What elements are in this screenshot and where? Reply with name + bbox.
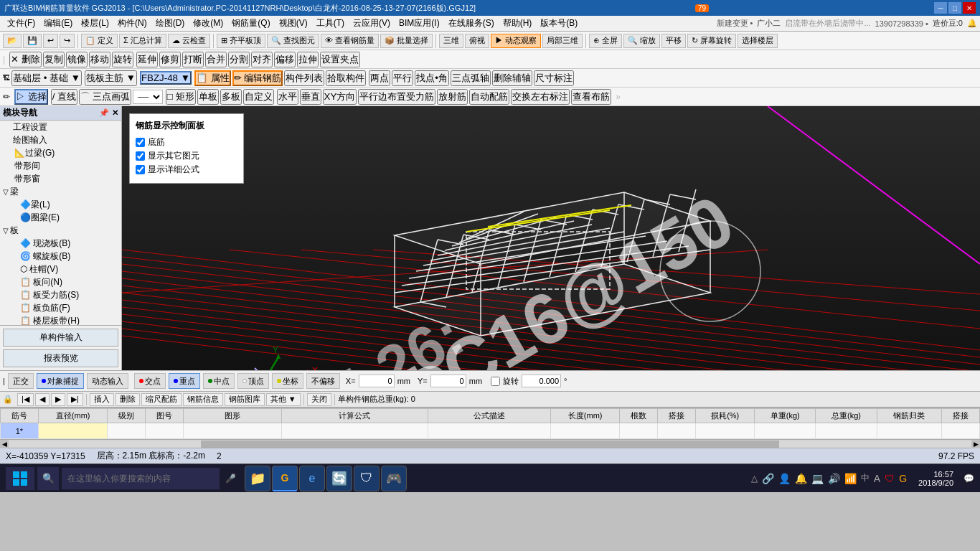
input-a-icon[interactable]: A — [874, 473, 880, 484]
rotate-checkbox[interactable] — [491, 377, 500, 386]
parallel-axis-button[interactable]: 平行 — [392, 70, 413, 86]
tree-item-spiral-board[interactable]: 🌀 螺旋板(B) — [9, 250, 121, 263]
taskbar-app-explorer[interactable]: 📁 — [245, 466, 270, 491]
copy-button[interactable]: 复制 — [43, 52, 65, 67]
view-rebar-button[interactable]: 👁 查看钢筋量 — [321, 34, 379, 48]
tree-item-lintel[interactable]: 📐 过梁(G) — [0, 146, 121, 159]
merge-button[interactable]: 合并 — [205, 52, 227, 67]
midpoint-snap[interactable]: 重点 — [169, 373, 200, 389]
rotate-input[interactable] — [522, 375, 561, 387]
level-board-button[interactable]: ⊞ 齐平板顶 — [217, 34, 265, 48]
tree-item-beam[interactable]: 🔷 梁(L) — [9, 198, 121, 211]
other-dropdown-button[interactable]: 其他 ▼ — [266, 393, 301, 406]
dimension-button[interactable]: 尺寸标注 — [534, 70, 574, 86]
cell-shape[interactable] — [184, 423, 281, 439]
menu-file[interactable]: 文件(F) — [3, 16, 39, 31]
scale-rebar-button[interactable]: 缩尺配筋 — [141, 393, 182, 406]
horizontal-scrollbar[interactable]: ◀ ▶ — [0, 439, 980, 448]
auto-config-tool[interactable]: 自动配筋 — [469, 89, 509, 105]
notification-panel-icon[interactable]: 💬 — [963, 474, 974, 484]
single-board-tool[interactable]: 单板 — [197, 89, 219, 105]
scroll-right-arrow[interactable]: ▶ — [971, 440, 980, 448]
cell-loss[interactable] — [696, 423, 755, 439]
single-component-input-button[interactable]: 单构件输入 — [3, 329, 118, 347]
menu-draw[interactable]: 绘图(D) — [151, 16, 189, 31]
board-rebar-button[interactable]: 筏板主筋 ▼ — [85, 70, 137, 86]
nav-last-button[interactable]: ▶| — [67, 393, 83, 406]
property-button[interactable]: 📋 属性 — [194, 70, 231, 86]
menu-help[interactable]: 帮助(H) — [499, 16, 537, 31]
tree-item-column-cap[interactable]: ⬡ 柱帽(V) — [9, 263, 121, 276]
multi-board-tool[interactable]: 多板 — [220, 89, 242, 105]
cell-formula[interactable] — [281, 423, 428, 439]
rebar-library-button[interactable]: 钢筋图库 — [225, 393, 265, 406]
rebar-checkbox-detail[interactable]: 显示详细公式 — [136, 164, 237, 176]
rect-tool[interactable]: □ 矩形 — [166, 89, 196, 105]
rotate-button[interactable]: 旋转 — [112, 52, 133, 67]
menu-view[interactable]: 视图(V) — [275, 16, 312, 31]
stretch-button[interactable]: 拉伸 — [297, 52, 319, 67]
sum-calc-button[interactable]: Σ 汇总计算 — [119, 34, 166, 48]
fbzj-select[interactable]: FBZJ-48 ▼ — [140, 71, 192, 85]
tree-item-draw-input[interactable]: 绘图输入 — [0, 133, 121, 146]
vertex-snap[interactable]: 顶点 — [237, 373, 269, 389]
cell-desc[interactable] — [428, 423, 551, 439]
maximize-button[interactable]: □ — [948, 2, 961, 14]
menu-online[interactable]: 在线服务(S) — [444, 16, 499, 31]
tree-item-beam-group[interactable]: ▽ 梁 — [0, 185, 121, 198]
panel-pin[interactable]: 📌 — [99, 108, 109, 118]
menu-modify[interactable]: 修改(M) — [189, 16, 227, 31]
panel-close[interactable]: ✕ — [112, 108, 118, 118]
cell-total-wt[interactable] — [816, 423, 877, 439]
tree-item-strip-gap[interactable]: 带形间 — [0, 159, 121, 172]
align-button[interactable]: 对齐 — [251, 52, 273, 67]
new-change-label[interactable]: 新建变更 • — [717, 18, 753, 29]
rebar-checkbox-bottom[interactable]: 底筋 — [136, 136, 237, 149]
object-snap-button[interactable]: 对象捕捉 — [37, 373, 84, 389]
dynamic-view-button[interactable]: ▶ 动态观察 — [491, 34, 541, 48]
intersect-snap[interactable]: 交点 — [134, 373, 166, 389]
other-element-check[interactable] — [136, 151, 145, 161]
three-arc-button[interactable]: 三点弧轴 — [451, 70, 491, 86]
tree-item-board-gap[interactable]: 📋 板问(N) — [9, 276, 121, 288]
select-floor-button[interactable]: 选择楼层 — [738, 34, 778, 48]
custom-tool[interactable]: 自定义 — [243, 89, 274, 105]
view-rebar-layout-tool[interactable]: 查看布筋 — [571, 89, 611, 105]
radial-rebar-tool[interactable]: 放射筋 — [437, 89, 468, 105]
fullscreen-button[interactable]: ⊕ 全屏 — [589, 34, 622, 48]
menu-tools[interactable]: 工具(T) — [312, 16, 349, 31]
tree-item-floor-band[interactable]: 📋 楼层板带(H) — [9, 314, 121, 325]
center-snap[interactable]: 中点 — [203, 373, 235, 389]
coord-snap[interactable]: 坐标 — [272, 373, 303, 389]
more-tools[interactable]: » — [616, 92, 621, 102]
tree-item-board-neg-rebar[interactable]: 📋 板负筋(F) — [9, 301, 121, 314]
nav-first-button[interactable]: |◀ — [17, 393, 34, 406]
no-offset-button[interactable]: 不偏移 — [306, 373, 340, 389]
taskbar-app-ggj[interactable]: G — [272, 466, 298, 491]
extend-button[interactable]: 延伸 — [136, 52, 158, 67]
xy-dir-tool[interactable]: XY方向 — [323, 89, 357, 105]
zoom-button[interactable]: 🔍 缩放 — [623, 34, 660, 48]
menu-version[interactable]: 版本号(B) — [536, 16, 582, 31]
insert-button[interactable]: 插入 — [90, 393, 114, 406]
screen-rotate-button[interactable]: ↻ 屏幕旋转 — [687, 34, 736, 48]
mirror-button[interactable]: 镜像 — [66, 52, 88, 67]
cell-bar-no[interactable]: 1* — [1, 423, 39, 439]
cell-overlap[interactable] — [658, 423, 696, 439]
shape-select[interactable]: ── — [133, 90, 163, 104]
pick-component-button[interactable]: 拾取构件 — [326, 70, 366, 86]
cell-overlap2[interactable] — [942, 423, 980, 439]
delete-aux-button[interactable]: 删除辅轴 — [492, 70, 532, 86]
parallel-rebar-tool[interactable]: 平行边布置受力筋 — [358, 89, 435, 105]
split-button[interactable]: 分割 — [228, 52, 250, 67]
cell-diameter[interactable] — [38, 423, 108, 439]
volume-icon[interactable]: 🔊 — [828, 473, 840, 484]
cell-length[interactable] — [550, 423, 620, 439]
save-button[interactable]: 💾 — [23, 34, 42, 48]
clip-point-button[interactable]: 设置夹点 — [320, 52, 360, 67]
cell-count[interactable] — [620, 423, 658, 439]
y-input[interactable] — [430, 375, 466, 387]
scene-3d[interactable]: X Y N ΦC16@150 J-26: 钢筋显示控制 — [122, 106, 980, 370]
dynamic-input-button[interactable]: 动态输入 — [87, 373, 128, 389]
orthogonal-button[interactable]: 正交 — [8, 373, 34, 389]
